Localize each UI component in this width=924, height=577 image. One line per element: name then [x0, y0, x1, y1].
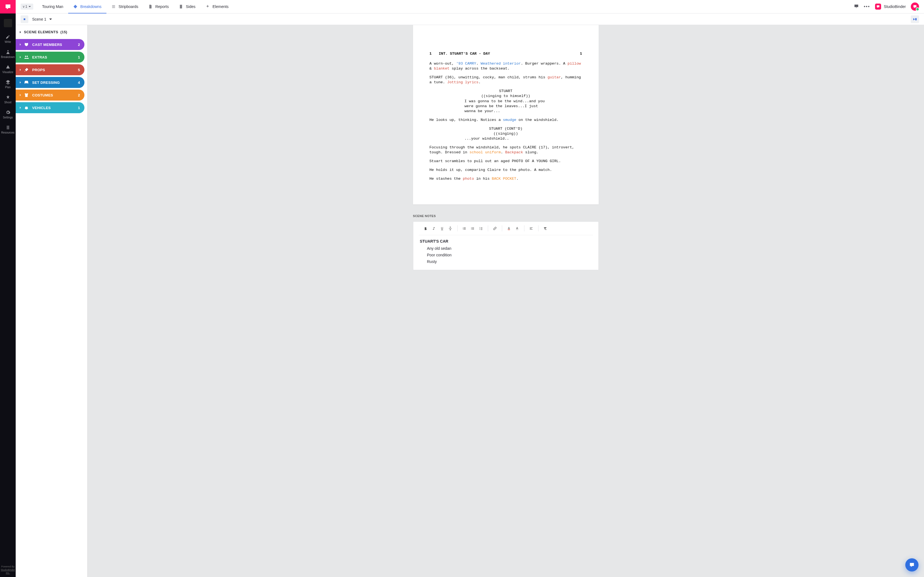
rail-item-visualize[interactable]: Visualize — [0, 62, 16, 77]
people-icon — [24, 55, 29, 60]
tab-stripboards[interactable]: Stripboards — [107, 0, 143, 13]
elements-sidebar: SCENE ELEMENTS (15) Cast Members 2 Extra… — [16, 25, 87, 577]
car-icon — [24, 105, 29, 110]
svg-point-3 — [471, 227, 472, 228]
dialogue-line[interactable]: were gonna be the leaves...I just — [464, 104, 547, 109]
notes-bullet[interactable]: Rusty — [427, 258, 592, 265]
tagged-element[interactable]: Backpack — [505, 150, 523, 155]
tab-label: Elements — [213, 5, 229, 9]
category-set-dressing[interactable]: Set Dressing 4 — [16, 77, 84, 88]
text-color-button[interactable] — [505, 224, 513, 232]
italic-button[interactable] — [430, 224, 438, 232]
tag-icon — [73, 5, 78, 9]
scene-elements-label: SCENE ELEMENTS — [24, 30, 58, 34]
tab-reports[interactable]: Reports — [143, 0, 174, 13]
parenthetical[interactable]: ((singing to himself)) — [430, 94, 582, 98]
align-button[interactable] — [527, 224, 535, 232]
tagged-element[interactable]: Jotting lyrics — [447, 80, 478, 84]
category-vehicles[interactable]: Vehicles 1 — [16, 102, 84, 113]
svg-rect-7 — [516, 229, 519, 230]
scene-selector[interactable]: Scene 1 — [32, 17, 52, 21]
chevron-right-icon — [19, 68, 22, 71]
dialogue-line[interactable]: wanna be your... — [464, 109, 547, 114]
character-cue[interactable]: STUART — [430, 89, 582, 94]
ordered-list-button[interactable] — [460, 224, 468, 232]
brand-logo[interactable] — [0, 0, 16, 13]
clear-format-button[interactable] — [541, 224, 549, 232]
rail-item-breakdown[interactable]: Breakdown — [0, 47, 16, 62]
bold-button[interactable] — [422, 224, 430, 232]
tagged-element[interactable]: guitar — [548, 75, 561, 79]
rail-item-write[interactable]: Write — [0, 32, 16, 47]
checklist-button[interactable] — [477, 224, 485, 232]
tab-elements[interactable]: Elements — [200, 0, 233, 13]
chevron-right-icon — [19, 56, 22, 58]
dialogue-line[interactable]: ...your windshield.. — [464, 136, 547, 141]
slugline: INT. STUART'S CAR - DAY — [439, 52, 573, 56]
link-button[interactable] — [491, 224, 499, 232]
notes-editor[interactable]: STUART'S CAR Any old sedan Poor conditio… — [414, 239, 598, 265]
project-thumbnail[interactable] — [4, 19, 12, 27]
rail-label: Resources — [0, 131, 16, 134]
list-icon — [111, 5, 116, 9]
couch-icon — [24, 80, 29, 85]
dialogue-line[interactable]: I was gonna to be the wind...and you — [464, 99, 547, 104]
category-label: Extras — [32, 55, 78, 60]
sub-nav: Scene 1 — [16, 13, 924, 25]
notes-bullet[interactable]: Any old sedan — [427, 245, 592, 252]
parenthetical[interactable]: ((singing)) — [430, 131, 582, 136]
action-paragraph[interactable]: Focusing through the windshield, he spot… — [430, 145, 582, 155]
script-workspace[interactable]: 1 INT. STUART'S CAR - DAY 1 A worn-out, … — [87, 25, 924, 577]
tagged-element[interactable]: smudge — [503, 118, 517, 122]
category-props[interactable]: Props 5 — [16, 64, 84, 75]
tagged-element[interactable]: Weathered interior — [481, 61, 521, 66]
version-selector[interactable]: v 1 — [21, 3, 33, 10]
scene-label: Scene 1 — [32, 17, 46, 21]
action-paragraph[interactable]: He stashes the photo in his BACK POCKET. — [430, 176, 582, 181]
help-chat-button[interactable] — [905, 558, 919, 572]
tab-sides[interactable]: Sides — [174, 0, 200, 13]
tab-breakdowns[interactable]: Breakdowns — [68, 0, 107, 13]
rail-label: Plan — [0, 86, 16, 89]
user-avatar[interactable] — [911, 2, 919, 11]
category-count: 1 — [78, 106, 80, 110]
notes-heading[interactable]: STUART'S CAR — [420, 239, 592, 243]
character-cue[interactable]: STUART (CONT'D) — [430, 126, 582, 131]
strikethrough-button[interactable] — [446, 224, 455, 232]
tagged-element[interactable]: school uniform — [469, 150, 501, 155]
tagged-element[interactable]: pillow — [568, 61, 581, 66]
bullet-list-button[interactable] — [468, 224, 477, 232]
action-paragraph[interactable]: He looks up, thinking. Notices a smudge … — [430, 118, 582, 122]
scene-view-toggle[interactable] — [21, 15, 28, 23]
rail-item-resources[interactable]: Resources — [0, 122, 16, 137]
svg-point-2 — [27, 56, 28, 57]
action-paragraph[interactable]: A worn-out, '93 CAMRY. Weathered interio… — [430, 61, 582, 71]
project-title-tab[interactable]: Touring Man — [37, 0, 68, 13]
action-paragraph[interactable]: Stuart scrambles to pull out an aged PHO… — [430, 159, 582, 164]
scene-elements-header[interactable]: SCENE ELEMENTS (15) — [16, 30, 84, 37]
tagged-element[interactable]: '93 CAMRY — [456, 61, 476, 66]
rail-item-shoot[interactable]: Shoot — [0, 92, 16, 107]
tagged-element[interactable]: photo — [463, 177, 474, 181]
more-menu[interactable]: ••• — [864, 4, 870, 9]
rail-item-settings[interactable]: Settings — [0, 107, 16, 122]
rail-label: Settings — [0, 116, 16, 119]
script-page[interactable]: 1 INT. STUART'S CAR - DAY 1 A worn-out, … — [413, 25, 599, 205]
tagging-toggle[interactable] — [911, 15, 919, 23]
tagged-element[interactable]: BACK POCKET — [492, 177, 516, 181]
scene-elements-count: (15) — [60, 30, 67, 34]
highlight-button[interactable] — [513, 224, 522, 232]
rail-item-plan[interactable]: Plan — [0, 77, 16, 92]
chevron-right-icon — [19, 94, 22, 97]
action-paragraph[interactable]: He holds it up, comparing Claire to the … — [430, 168, 582, 172]
category-cast-members[interactable]: Cast Members 2 — [16, 39, 84, 50]
present-icon[interactable] — [854, 3, 859, 10]
category-costumes[interactable]: Costumes 2 — [16, 90, 84, 101]
category-extras[interactable]: Extras 1 — [16, 52, 84, 63]
account-chip[interactable]: StudioBinder — [875, 3, 906, 10]
chevron-right-icon — [19, 43, 22, 46]
notes-bullet[interactable]: Poor condition — [427, 252, 592, 258]
underline-button[interactable] — [438, 224, 446, 232]
action-paragraph[interactable]: STUART (36), unwitting, cocky, man child… — [430, 75, 582, 85]
tagged-element[interactable]: blanket — [434, 66, 450, 71]
